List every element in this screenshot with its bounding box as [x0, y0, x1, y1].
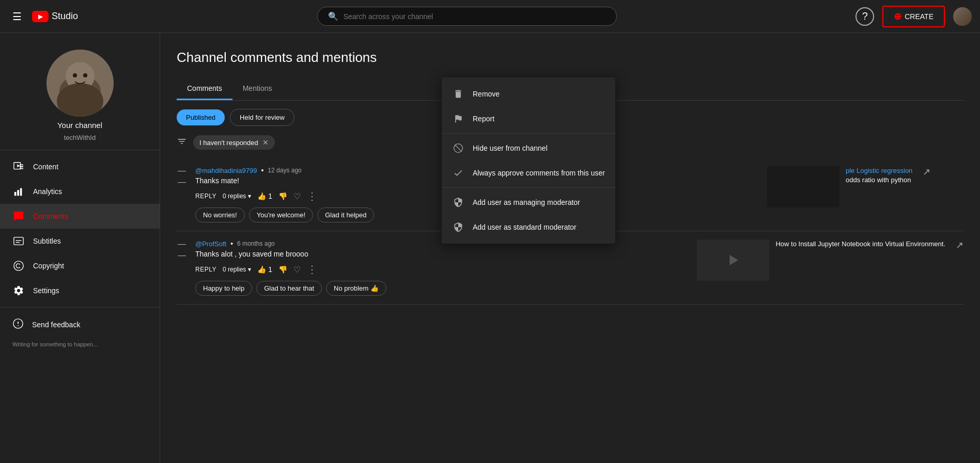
- analytics-label: Analytics: [33, 187, 62, 196]
- replies-button-1[interactable]: 0 replies ▾: [223, 193, 251, 200]
- quick-reply-youre-welcome[interactable]: You're welcome!: [249, 207, 314, 222]
- comment-dot-1: •: [261, 166, 263, 174]
- feedback-icon: [12, 318, 24, 331]
- sidebar-item-subtitles[interactable]: Subtitles: [0, 229, 160, 253]
- create-plus-icon: ⊕: [894, 11, 901, 22]
- comment-username-1[interactable]: @mahdihadinia9799: [195, 167, 257, 174]
- svg-rect-9: [20, 166, 23, 167]
- video-title-1: ple Logistic regression odds ratio with …: [846, 166, 912, 185]
- comment-time-1: 12 days ago: [268, 167, 301, 174]
- more-options-button-2[interactable]: ⋮: [307, 263, 317, 276]
- comment-collapse-2[interactable]: — —: [177, 240, 187, 260]
- svg-point-20: [18, 325, 19, 326]
- open-video-button-1[interactable]: ↗: [923, 166, 930, 178]
- quick-reply-no-problem[interactable]: No problem 👍: [326, 281, 386, 296]
- video-thumbnail-1: [767, 166, 839, 207]
- search-bar: 🔍: [317, 7, 617, 26]
- replies-button-2[interactable]: 0 replies ▾: [223, 266, 251, 273]
- context-menu-remove[interactable]: Remove: [442, 82, 615, 106]
- user-avatar[interactable]: [953, 7, 972, 26]
- thumbs-up-icon-1: 👍: [257, 192, 266, 200]
- context-menu-hide-user[interactable]: Hide user from channel: [442, 136, 615, 161]
- svg-rect-8: [20, 164, 23, 165]
- context-hide-user-label: Hide user from channel: [473, 144, 548, 152]
- filter-chip-close-button[interactable]: ✕: [262, 138, 269, 147]
- managing-mod-icon: [452, 196, 464, 209]
- comment-collapse-1[interactable]: — —: [177, 166, 187, 187]
- hamburger-menu-button[interactable]: ☰: [8, 6, 26, 27]
- svg-rect-11: [14, 192, 17, 196]
- settings-label: Settings: [33, 286, 59, 295]
- context-standard-mod-label: Add user as standard moderator: [473, 223, 577, 231]
- context-approve-label: Always approve comments from this user: [473, 169, 605, 177]
- context-menu-add-managing-mod[interactable]: Add user as managing moderator: [442, 190, 615, 215]
- send-feedback-label: Send feedback: [32, 321, 80, 329]
- search-input[interactable]: [344, 12, 606, 21]
- filter-chip: I haven't responded ✕: [193, 135, 275, 150]
- create-button[interactable]: ⊕ CREATE: [882, 6, 945, 27]
- copyright-icon: [12, 260, 25, 272]
- svg-point-4: [73, 73, 77, 77]
- channel-avatar[interactable]: [46, 50, 114, 117]
- heart-button-1[interactable]: ♡: [293, 191, 301, 201]
- analytics-icon: [12, 185, 25, 198]
- tab-mentions[interactable]: Mentions: [232, 78, 283, 100]
- svg-rect-12: [17, 190, 19, 196]
- report-icon: [452, 113, 464, 125]
- filter-icon[interactable]: [177, 136, 187, 149]
- tab-comments[interactable]: Comments: [177, 78, 232, 100]
- content-icon: [12, 161, 25, 173]
- context-menu-always-approve[interactable]: Always approve comments from this user: [442, 161, 615, 185]
- hide-user-icon: [452, 142, 464, 154]
- more-options-button-1[interactable]: ⋮: [307, 190, 317, 202]
- heart-button-2[interactable]: ♡: [293, 265, 301, 275]
- context-menu-report[interactable]: Report: [442, 106, 615, 131]
- content-label: Content: [33, 163, 58, 171]
- context-menu-add-standard-mod[interactable]: Add user as standard moderator: [442, 215, 615, 240]
- comment-body-2: @ProfSoft • 6 months ago Thanks alot , y…: [195, 240, 689, 296]
- search-icon: 🔍: [328, 11, 338, 21]
- studio-label: Studio: [52, 11, 78, 22]
- page-title: Channel comments and mentions: [177, 50, 963, 66]
- like-button-1[interactable]: 👍 1: [257, 192, 272, 200]
- context-managing-mod-label: Add user as managing moderator: [473, 198, 580, 206]
- open-video-button-2[interactable]: ↗: [956, 240, 963, 251]
- sidebar-item-comments[interactable]: Comments: [0, 204, 160, 229]
- comments-label: Comments: [33, 212, 68, 220]
- dislike-button-2[interactable]: 👎: [278, 265, 287, 274]
- help-button[interactable]: ?: [855, 7, 874, 26]
- svg-marker-21: [730, 255, 739, 265]
- held-for-review-filter-button[interactable]: Held for review: [230, 109, 294, 126]
- sidebar-item-content[interactable]: Content: [0, 154, 160, 179]
- context-menu-divider-2: [442, 187, 615, 188]
- quick-reply-no-worries[interactable]: No worries!: [195, 207, 245, 222]
- svg-line-23: [455, 145, 461, 151]
- youtube-studio-logo: Studio: [32, 11, 78, 22]
- quick-reply-glad-to-hear[interactable]: Glad to hear that: [256, 281, 322, 296]
- top-navigation: ☰ Studio 🔍 ? ⊕ CREATE: [0, 0, 980, 33]
- sidebar-item-copyright[interactable]: Copyright: [0, 253, 160, 278]
- comment-username-2[interactable]: @ProfSoft: [195, 240, 226, 248]
- like-button-2[interactable]: 👍 1: [257, 265, 272, 274]
- svg-rect-14: [14, 237, 23, 245]
- reply-button-1[interactable]: REPLY: [195, 193, 216, 200]
- dislike-button-1[interactable]: 👎: [278, 192, 287, 200]
- standard-mod-icon: [452, 221, 464, 233]
- quick-reply-happy-to-help[interactable]: Happy to help: [195, 281, 252, 296]
- svg-rect-10: [20, 168, 23, 169]
- sidebar-item-analytics[interactable]: Analytics: [0, 179, 160, 204]
- quick-reply-glad-it-helped[interactable]: Glad it helped: [317, 207, 374, 222]
- video-ref-2: How to Install Jupyter Notebook into Vir…: [697, 240, 963, 281]
- sidebar-item-settings[interactable]: Settings: [0, 278, 160, 303]
- subtitles-icon: [12, 235, 25, 247]
- published-filter-button[interactable]: Published: [177, 109, 225, 125]
- sidebar-writing-note: Writing for something to happen...: [0, 337, 160, 352]
- thumbs-up-icon-2: 👍: [257, 265, 266, 274]
- remove-icon: [452, 88, 464, 100]
- send-feedback-button[interactable]: Send feedback: [0, 312, 160, 337]
- sidebar: Your channel techWithId Content Analytic…: [0, 33, 160, 463]
- reply-button-2[interactable]: REPLY: [195, 266, 216, 273]
- comment-dot-2: •: [230, 240, 233, 248]
- subtitles-label: Subtitles: [33, 237, 61, 245]
- video-ref-1: ple Logistic regression odds ratio with …: [767, 166, 963, 207]
